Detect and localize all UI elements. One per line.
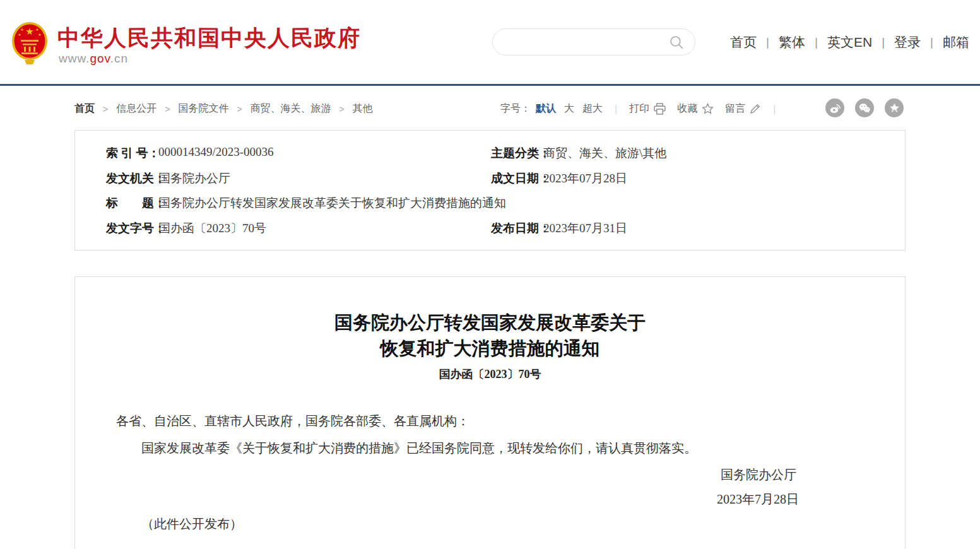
meta-label-written-date: 成文日期： <box>491 170 551 187</box>
toolbar-divider: | <box>773 103 776 115</box>
svg-text:★: ★ <box>20 28 23 32</box>
breadcrumb-other[interactable]: 其他 <box>353 102 373 115</box>
document-salutation: 各省、自治区、直辖市人民政府，国务院各部委、各直属机构： <box>116 413 469 430</box>
breadcrumb-state-council-docs[interactable]: 国务院文件 <box>178 102 228 115</box>
svg-text:★: ★ <box>38 33 41 37</box>
breadcrumb-commerce-customs-tourism[interactable]: 商贸、海关、旅游 <box>251 102 331 115</box>
comment-button[interactable]: 留言 <box>725 102 745 115</box>
document-signer: 国务院办公厅 <box>721 466 796 483</box>
meta-value-topic-category: 商贸、海关、旅游\其他 <box>543 145 666 162</box>
document-public-release-note: （此件公开发布） <box>116 516 242 533</box>
document-content: 国务院办公厅转发国家发展改革委关于 恢复和扩大消费措施的通知 国办函〔2023〕… <box>74 276 906 549</box>
meta-label-index-no: 索 引 号： <box>106 145 160 162</box>
document-number: 国办函〔2023〕70号 <box>75 367 905 382</box>
svg-text:★: ★ <box>18 33 21 37</box>
wechat-share-icon[interactable] <box>855 98 874 117</box>
document-sign-date: 2023年7月28日 <box>717 491 799 508</box>
site-header: ★ ★ ★ ★ ★ 中华人民共和国中央人民政府 www.gov.cn 首页 | <box>0 0 980 84</box>
search-box <box>492 28 695 56</box>
toolbar-divider: | <box>615 103 617 115</box>
nav-divider: | <box>882 35 885 49</box>
svg-text:★: ★ <box>25 26 33 37</box>
font-size-xlarge-button[interactable]: 超大 <box>582 102 603 115</box>
star-icon[interactable] <box>701 102 714 115</box>
font-size-large-button[interactable]: 大 <box>564 102 574 115</box>
meta-value-publish-date: 2023年07月31日 <box>543 220 627 237</box>
national-emblem-logo: ★ ★ ★ ★ ★ <box>11 21 49 65</box>
document-metadata-table: 索 引 号： 000014349/2023-00036 主题分类： 商贸、海关、… <box>74 130 906 251</box>
qzone-share-icon[interactable] <box>885 98 904 117</box>
document-title: 国务院办公厅转发国家发展改革委关于 恢复和扩大消费措施的通知 <box>75 310 905 362</box>
meta-value-written-date: 2023年07月28日 <box>543 170 627 187</box>
pencil-icon[interactable] <box>749 103 761 115</box>
nav-home[interactable]: 首页 <box>730 33 757 51</box>
meta-value-title: 国务院办公厅转发国家发展改革委关于恢复和扩大消费措施的通知 <box>158 195 506 211</box>
meta-value-index-no: 000014349/2023-00036 <box>158 145 274 159</box>
nav-divider: | <box>930 35 933 49</box>
chevron-right-icon: > <box>103 104 108 114</box>
header-divider <box>0 84 980 86</box>
meta-value-doc-number: 国办函〔2023〕70号 <box>158 220 266 237</box>
meta-label-topic-category: 主题分类： <box>491 145 551 162</box>
meta-label-doc-number: 发文字号： <box>106 220 166 237</box>
nav-divider: | <box>766 35 769 49</box>
chevron-right-icon: > <box>339 104 345 114</box>
share-icons <box>825 98 904 117</box>
site-title: 中华人民共和国中央人民政府 <box>57 23 361 53</box>
nav-traditional[interactable]: 繁体 <box>779 33 805 51</box>
svg-text:★: ★ <box>35 28 38 32</box>
meta-label-title: 标 题： <box>106 195 166 211</box>
search-icon[interactable] <box>669 35 685 50</box>
site-url: www.gov.cn <box>59 52 128 66</box>
weibo-share-icon[interactable] <box>825 98 844 117</box>
font-size-default-button[interactable]: 默认 <box>536 102 556 115</box>
print-button[interactable]: 打印 <box>629 102 649 115</box>
font-size-label: 字号： <box>500 102 531 115</box>
page-toolbar: 字号： 默认 大 超大 | 打印 收藏 留言 | <box>500 102 788 115</box>
chevron-right-icon: > <box>165 104 170 114</box>
search-input[interactable] <box>505 32 663 52</box>
breadcrumb-info-disclosure[interactable]: 信息公开 <box>116 102 156 115</box>
nav-english[interactable]: 英文EN <box>827 33 872 51</box>
nav-divider: | <box>815 35 818 49</box>
meta-value-issuing-agency: 国务院办公厅 <box>158 170 230 187</box>
meta-label-issuing-agency: 发文机关： <box>106 170 166 187</box>
nav-mail[interactable]: 邮箱 <box>943 33 969 51</box>
chevron-right-icon: > <box>237 104 242 114</box>
meta-label-publish-date: 发布日期： <box>491 220 551 237</box>
nav-login[interactable]: 登录 <box>894 33 921 51</box>
top-nav: 首页 | 繁体 | 英文EN | 登录 | 邮箱 <box>730 33 969 51</box>
printer-icon[interactable] <box>653 102 666 115</box>
favorite-button[interactable]: 收藏 <box>677 102 697 115</box>
page: ★ ★ ★ ★ ★ 中华人民共和国中央人民政府 www.gov.cn 首页 | <box>0 0 980 549</box>
breadcrumb-home[interactable]: 首页 <box>74 102 95 115</box>
breadcrumb: 首页 > 信息公开 > 国务院文件 > 商贸、海关、旅游 > 其他 <box>74 102 373 115</box>
document-body-paragraph: 国家发展改革委《关于恢复和扩大消费的措施》已经国务院同意，现转发给你们，请认真贯… <box>116 440 867 457</box>
